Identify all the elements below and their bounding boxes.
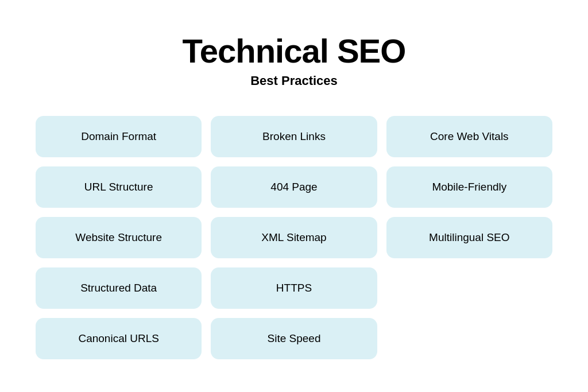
grid-item-core-web-vitals[interactable]: Core Web Vitals — [386, 116, 552, 157]
grid-item-empty-2 — [386, 318, 552, 359]
grid-item-text-structured-data: Structured Data — [80, 282, 157, 294]
grid-item-text-url-structure: URL Structure — [84, 181, 153, 193]
grid-item-mobile-friendly[interactable]: Mobile-Friendly — [386, 166, 552, 208]
header-section: Technical SEO Best Practices — [183, 33, 406, 89]
grid-item-text-broken-links: Broken Links — [262, 130, 326, 143]
grid-item-canonical-urls[interactable]: Canonical URLS — [36, 318, 202, 359]
grid-item-https[interactable]: HTTPS — [211, 267, 377, 309]
grid-item-website-structure[interactable]: Website Structure — [36, 217, 202, 258]
grid-container: Domain FormatBroken LinksCore Web Vitals… — [36, 116, 552, 359]
grid-item-text-site-speed: Site Speed — [268, 332, 321, 345]
grid-item-structured-data[interactable]: Structured Data — [36, 267, 202, 309]
grid-item-text-https: HTTPS — [276, 282, 312, 294]
grid-item-text-canonical-urls: Canonical URLS — [78, 332, 158, 345]
grid-item-broken-links[interactable]: Broken Links — [211, 116, 377, 157]
grid-item-empty-1 — [386, 267, 552, 309]
grid-item-text-404-page: 404 Page — [270, 181, 317, 193]
grid-item-text-core-web-vitals: Core Web Vitals — [430, 130, 509, 143]
grid-item-text-domain-format: Domain Format — [81, 130, 156, 143]
grid-item-text-mobile-friendly: Mobile-Friendly — [432, 181, 506, 193]
page-container: Technical SEO Best Practices Domain Form… — [0, 0, 588, 392]
grid-item-text-xml-sitemap: XML Sitemap — [261, 231, 326, 244]
grid-item-text-website-structure: Website Structure — [75, 231, 162, 244]
grid-item-url-structure[interactable]: URL Structure — [36, 166, 202, 208]
main-title: Technical SEO — [183, 33, 406, 69]
grid-item-domain-format[interactable]: Domain Format — [36, 116, 202, 157]
grid-item-404-page[interactable]: 404 Page — [211, 166, 377, 208]
grid-item-site-speed[interactable]: Site Speed — [211, 318, 377, 359]
grid-item-text-multilingual-seo: Multilingual SEO — [429, 231, 509, 244]
subtitle: Best Practices — [183, 73, 406, 88]
grid-item-xml-sitemap[interactable]: XML Sitemap — [211, 217, 377, 258]
grid-item-multilingual-seo[interactable]: Multilingual SEO — [386, 217, 552, 258]
